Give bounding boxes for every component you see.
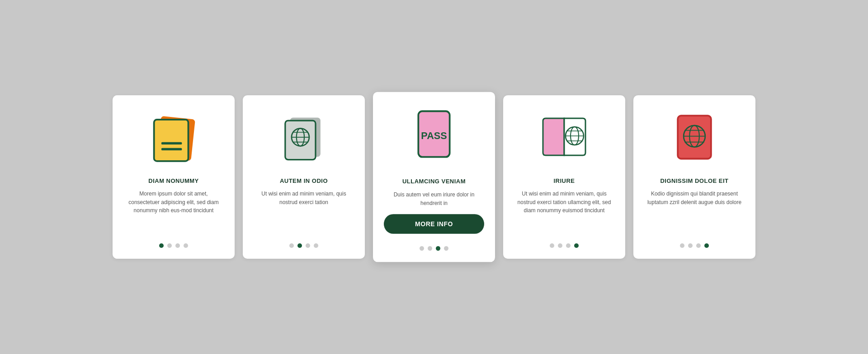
passport-open-icon [535, 109, 594, 168]
dot-1[interactable] [289, 243, 294, 248]
svg-rect-6 [285, 121, 316, 160]
dot-2[interactable] [558, 243, 562, 248]
documents-icon [144, 109, 203, 168]
svg-rect-2 [161, 142, 182, 144]
card-5: DIGNISSIM DOLOE EITKodio dignissim qui b… [633, 95, 755, 259]
card-2: AUTEM IN ODIOUt wisi enim ad minim venia… [243, 95, 365, 259]
card-text: Ut wisi enim ad minim veniam, quis nostr… [514, 190, 614, 233]
dot-1[interactable] [680, 243, 684, 248]
dot-2[interactable] [297, 243, 302, 248]
dot-3[interactable] [566, 243, 571, 248]
card-text: Kodio dignissim qui blandit praesent lup… [644, 190, 745, 233]
card-title: ULLAMCING VENIAM [402, 177, 466, 185]
card-title: DIAM NONUMMY [148, 177, 198, 184]
dot-4[interactable] [704, 243, 709, 248]
card-title: IRIURE [553, 177, 575, 184]
card-4: IRIUREUt wisi enim ad minim veniam, quis… [503, 95, 625, 259]
dot-3[interactable] [175, 243, 180, 248]
svg-rect-21 [678, 116, 711, 158]
card-text: Morem ipsum dolor sit amet, consectetuer… [123, 190, 224, 233]
passport-red-icon [665, 109, 724, 168]
dot-4[interactable] [574, 243, 579, 248]
card-title: AUTEM IN ODIO [280, 177, 328, 184]
pagination-dots [159, 243, 188, 248]
passport-gray-icon [274, 109, 333, 168]
dot-2[interactable] [167, 243, 172, 248]
dot-1[interactable] [420, 246, 424, 251]
dot-2[interactable] [688, 243, 693, 248]
svg-rect-1 [154, 120, 189, 161]
card-3: PASS ULLAMCING VENIAMDuis autem vel eum … [373, 92, 495, 262]
pagination-dots [289, 243, 318, 248]
dot-3[interactable] [436, 246, 440, 251]
pagination-dots [420, 246, 448, 251]
dot-4[interactable] [184, 243, 188, 248]
more-info-button[interactable]: MORE INFO [384, 214, 484, 234]
card-title: DIGNISSIM DOLOE EIT [660, 177, 728, 184]
dot-3[interactable] [306, 243, 310, 248]
dot-2[interactable] [428, 246, 432, 251]
cards-container: DIAM NONUMMYMorem ipsum dolor sit amet, … [85, 77, 783, 277]
card-text: Duis autem vel eum iriure dolor in hendr… [384, 190, 484, 208]
svg-text:PASS: PASS [421, 130, 447, 141]
card-text: Ut wisi enim ad minim veniam, quis nostr… [254, 190, 354, 233]
dot-4[interactable] [314, 243, 318, 248]
passport-pink-icon: PASS [405, 106, 463, 167]
dot-3[interactable] [696, 243, 701, 248]
pagination-dots [550, 243, 579, 248]
pagination-dots [680, 243, 709, 248]
dot-4[interactable] [444, 246, 448, 251]
dot-1[interactable] [550, 243, 554, 248]
svg-rect-3 [161, 148, 182, 150]
card-1: DIAM NONUMMYMorem ipsum dolor sit amet, … [113, 95, 235, 259]
dot-1[interactable] [159, 243, 164, 248]
